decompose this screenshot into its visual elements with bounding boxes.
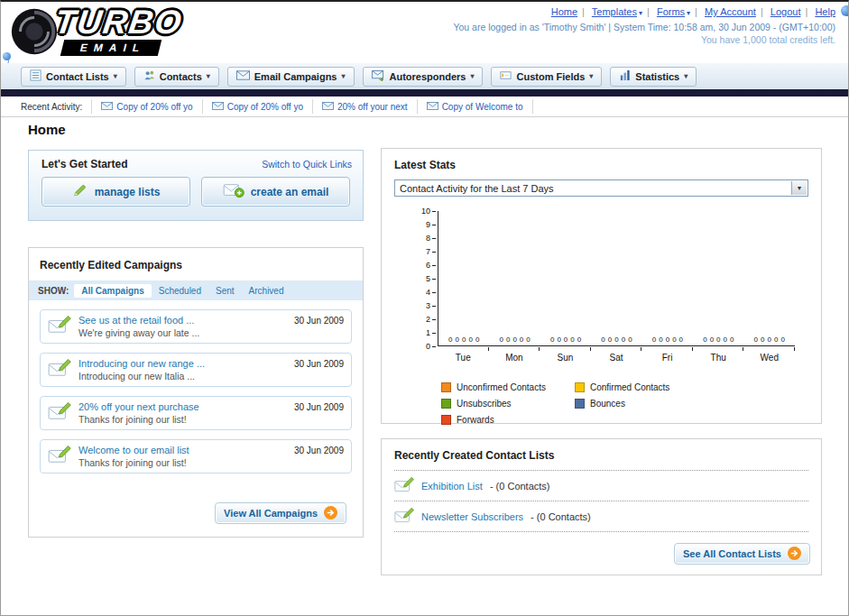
chevron-down-icon: ▾ <box>341 72 345 80</box>
chart-value-group: 00000 <box>489 211 540 345</box>
custom-fields-icon <box>500 69 512 83</box>
top-link-forms[interactable]: Forms▾ <box>657 6 690 17</box>
chart-x-ticks <box>438 347 795 351</box>
nav-tab-custom-fields[interactable]: Custom Fields▾ <box>491 67 602 87</box>
legend-item: Unsubscribes <box>441 399 575 409</box>
header-right: Home| Templates▾| Forms▾| My Account| Lo… <box>453 6 835 45</box>
top-link-my-account[interactable]: My Account <box>705 6 756 17</box>
campaign-title-link[interactable]: Welcome to our email list <box>78 445 189 455</box>
chevron-down-icon: ▾ <box>589 72 593 80</box>
app-window: TURBO EMAIL Home| Templates▾| Forms▾| My… <box>0 0 849 616</box>
recent-activity-link[interactable]: Copy of 20% off yo <box>227 102 303 112</box>
nav-tab-contacts[interactable]: Contacts▾ <box>134 67 219 87</box>
campaign-title-link[interactable]: See us at the retail food ... <box>78 315 199 326</box>
email-campaigns-icon <box>236 70 250 82</box>
campaign-list-item: See us at the retail food ... We're givi… <box>40 309 352 344</box>
select-arrow-icon: ▼ <box>791 181 807 195</box>
recent-activity-item: 20% off your next <box>312 99 417 114</box>
chart-legend: Unconfirmed ContactsConfirmed ContactsUn… <box>441 382 838 431</box>
recent-activity-link[interactable]: Copy of Welcome to <box>442 102 523 112</box>
logo-sub-text: EMAIL <box>60 40 162 56</box>
campaign-date: 30 Jun 2009 <box>294 316 344 326</box>
chevron-down-icon: ▾ <box>687 9 690 17</box>
campaign-date: 30 Jun 2009 <box>294 359 344 369</box>
top-link-logout[interactable]: Logout <box>771 6 801 17</box>
tab-all-campaigns[interactable]: All Campaigns <box>74 284 151 298</box>
edit-campaign-icon <box>48 315 71 338</box>
pencil-icon <box>72 183 88 200</box>
campaign-date: 30 Jun 2009 <box>294 402 344 412</box>
tab-sent[interactable]: Sent <box>208 284 242 298</box>
chart-x-label: Thu <box>693 353 744 363</box>
chart-x-label: Fri <box>641 353 693 363</box>
chart-value-group: 00000 <box>693 211 743 345</box>
chevron-down-icon: ▾ <box>114 72 117 80</box>
edit-campaign-icon <box>48 445 71 468</box>
chart-x-labels: TueMonSunSatFriThuWed <box>438 353 795 363</box>
stats-period-select[interactable]: Contact Activity for the Last 7 Days ▼ <box>394 179 808 197</box>
get-started-panel: Let's Get Started Switch to Quick Links … <box>28 150 364 221</box>
chart-value-group: 00000 <box>438 211 489 345</box>
chart-plot: 00000000000000000000000000000000000 <box>438 211 795 346</box>
nav-tab-autoresponders[interactable]: Autoresponders▾ <box>363 67 484 87</box>
manage-lists-button[interactable]: manage lists <box>42 177 190 207</box>
top-link-home[interactable]: Home <box>551 6 577 17</box>
separator: | <box>761 6 763 17</box>
chart-x-label: Sat <box>591 353 642 363</box>
campaign-list-item: Introducing our new range ... Introducin… <box>40 353 352 387</box>
recent-activity-label: Recent Activity: <box>21 102 82 112</box>
email-icon <box>427 102 438 112</box>
logo-brand-text: TURBO <box>52 4 185 41</box>
nav-tab-statistics[interactable]: Statistics▾ <box>610 67 697 87</box>
nav-divider-bar <box>1 89 848 97</box>
view-all-campaigns-button[interactable]: View All Campaigns <box>215 502 346 524</box>
legend-swatch <box>441 382 451 392</box>
chevron-down-icon: ▾ <box>684 72 688 80</box>
contact-list-link[interactable]: Newsletter Subscribers <box>421 511 523 522</box>
see-all-contact-lists-button[interactable]: See All Contact Lists <box>674 543 810 565</box>
stats-panel-title: Latest Stats <box>382 149 821 179</box>
page-title: Home <box>28 122 66 137</box>
get-started-title: Let's Get Started <box>42 158 128 170</box>
campaign-list-item: Welcome to our email list Thanks for joi… <box>40 439 352 473</box>
switch-quick-links-link[interactable]: Switch to Quick Links <box>262 159 352 170</box>
new-email-icon <box>223 182 245 201</box>
campaign-title-link[interactable]: 20% off your next purchase <box>78 401 199 412</box>
legend-item: Bounces <box>575 399 708 409</box>
campaign-title-link[interactable]: Introducing our new range ... <box>78 358 205 369</box>
statistics-icon <box>619 69 631 83</box>
nav-tab-email-campaigns[interactable]: Email Campaigns▾ <box>227 67 355 87</box>
legend-item: Confirmed Contacts <box>575 382 708 392</box>
latest-stats-panel: Latest Stats Contact Activity for the La… <box>381 148 822 424</box>
show-label: SHOW: <box>38 286 69 296</box>
chart-value-group: 00000 <box>540 211 591 345</box>
chart-groups: 00000000000000000000000000000000000 <box>438 211 795 345</box>
recent-activity-item: Copy of 20% off yo <box>202 99 312 114</box>
chart-value-group: 00000 <box>744 211 795 345</box>
campaign-date: 30 Jun 2009 <box>294 446 344 455</box>
tab-scheduled[interactable]: Scheduled <box>152 284 208 298</box>
create-email-button[interactable]: create an email <box>201 177 350 207</box>
nav-tab-contact-lists[interactable]: Contact Lists▾ <box>21 67 126 87</box>
separator: | <box>805 6 807 17</box>
campaign-list-item: 20% off your next purchase Thanks for jo… <box>40 396 352 430</box>
contact-list-link[interactable]: Exhibition List <box>421 481 483 492</box>
edit-list-icon <box>394 507 414 526</box>
contact-lists-icon <box>30 69 42 83</box>
autoresponders-icon <box>372 70 385 83</box>
contact-list-item: Newsletter Subscribers - (0 Contacts) <box>382 501 821 531</box>
recent-activity-link[interactable]: Copy of 20% off yo <box>116 102 192 112</box>
credits-text: You have 1,000 total credits left. <box>453 34 835 45</box>
tab-archived[interactable]: Archived <box>242 284 291 298</box>
campaign-subtitle: Introducing our new Italia ... <box>78 371 205 382</box>
arrow-right-icon <box>788 547 801 562</box>
legend-swatch <box>441 399 451 409</box>
legend-item: Forwards <box>441 415 575 425</box>
recent-activity-item: Copy of Welcome to <box>417 99 533 114</box>
top-link-templates[interactable]: Templates▾ <box>592 6 642 17</box>
recent-activity-link[interactable]: 20% off your next <box>337 102 408 112</box>
chevron-down-icon: ▾ <box>639 9 642 17</box>
campaign-subtitle: We're giving away our late ... <box>78 327 199 338</box>
top-link-help[interactable]: Help <box>815 6 835 17</box>
top-nav: Home| Templates▾| Forms▾| My Account| Lo… <box>453 6 835 17</box>
